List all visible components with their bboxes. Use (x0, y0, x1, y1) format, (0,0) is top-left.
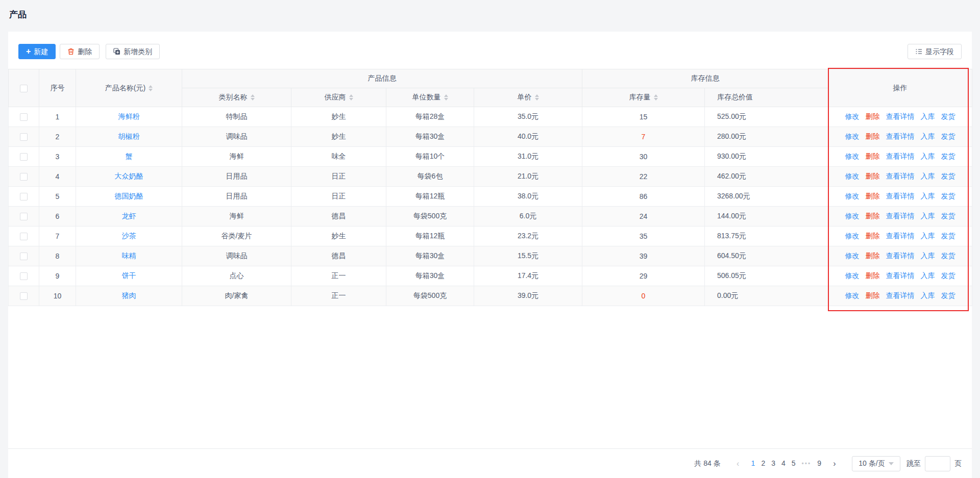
action-ship-link[interactable]: 发货 (941, 271, 955, 280)
action-edit-link[interactable]: 修改 (845, 152, 860, 160)
action-view-details-link[interactable]: 查看详情 (886, 291, 915, 299)
row-checkbox[interactable] (20, 193, 28, 200)
row-checkbox[interactable] (20, 253, 28, 260)
product-name-link[interactable]: 海鲜粉 (118, 112, 140, 120)
product-name-link[interactable]: 沙茶 (122, 232, 136, 240)
action-stock-in-link[interactable]: 入库 (921, 212, 935, 220)
product-name-link[interactable]: 蟹 (126, 152, 133, 160)
delete-button[interactable]: 删除 (60, 44, 100, 59)
pagination-page-5[interactable]: 5 (792, 459, 796, 467)
new-button[interactable]: + 新建 (18, 44, 56, 59)
select-all-checkbox[interactable] (20, 85, 28, 92)
row-checkbox[interactable] (20, 292, 28, 300)
action-ship-link[interactable]: 发货 (941, 112, 955, 120)
action-view-details-link[interactable]: 查看详情 (886, 132, 915, 140)
page-size-select[interactable]: 10 条/页 (852, 456, 900, 471)
sort-caret-icon[interactable] (535, 94, 539, 100)
action-delete-link[interactable]: 删除 (866, 112, 880, 120)
action-stock-in-link[interactable]: 入库 (921, 132, 935, 140)
group-header-product-info: 产品信息 (182, 69, 582, 88)
action-edit-link[interactable]: 修改 (845, 132, 860, 140)
action-stock-in-link[interactable]: 入库 (921, 112, 935, 120)
pagination-page-1[interactable]: 1 (751, 459, 755, 467)
show-fields-button[interactable]: 显示字段 (908, 44, 962, 59)
action-edit-link[interactable]: 修改 (845, 232, 860, 240)
row-checkbox[interactable] (20, 233, 28, 240)
product-name-link[interactable]: 龙虾 (122, 212, 136, 220)
action-delete-link[interactable]: 删除 (866, 212, 880, 220)
action-ship-link[interactable]: 发货 (941, 192, 955, 200)
action-stock-in-link[interactable]: 入库 (921, 232, 935, 240)
row-checkbox[interactable] (20, 133, 28, 141)
action-view-details-link[interactable]: 查看详情 (886, 112, 915, 120)
action-edit-link[interactable]: 修改 (845, 251, 860, 260)
action-delete-link[interactable]: 删除 (866, 232, 880, 240)
action-edit-link[interactable]: 修改 (845, 172, 860, 180)
row-checkbox[interactable] (20, 153, 28, 161)
col-header-stock[interactable]: 库存量 (582, 88, 705, 107)
action-delete-link[interactable]: 删除 (866, 192, 880, 200)
action-stock-in-link[interactable]: 入库 (921, 172, 935, 180)
col-header-price[interactable]: 单价 (474, 88, 582, 107)
add-category-button[interactable]: 新增类别 (106, 44, 160, 59)
pagination-ellipsis[interactable]: ••• (802, 460, 812, 467)
jump-page-input[interactable] (925, 456, 950, 471)
col-header-unit-qty[interactable]: 单位数量 (386, 88, 474, 107)
action-edit-link[interactable]: 修改 (845, 291, 860, 299)
sort-caret-icon[interactable] (149, 85, 153, 91)
col-header-name[interactable]: 产品名称(元) (76, 69, 182, 107)
action-view-details-link[interactable]: 查看详情 (886, 172, 915, 180)
action-view-details-link[interactable]: 查看详情 (886, 152, 915, 160)
action-stock-in-link[interactable]: 入库 (921, 152, 935, 160)
product-name-link[interactable]: 猪肉 (122, 291, 136, 299)
action-view-details-link[interactable]: 查看详情 (886, 251, 915, 260)
action-delete-link[interactable]: 删除 (866, 251, 880, 260)
action-edit-link[interactable]: 修改 (845, 112, 860, 120)
pagination-page-4[interactable]: 4 (781, 459, 786, 467)
action-ship-link[interactable]: 发货 (941, 132, 955, 140)
action-delete-link[interactable]: 删除 (866, 291, 880, 299)
sort-caret-icon[interactable] (251, 94, 255, 100)
col-header-category[interactable]: 类别名称 (182, 88, 291, 107)
row-checkbox[interactable] (20, 173, 28, 181)
row-checkbox[interactable] (20, 272, 28, 280)
action-stock-in-link[interactable]: 入库 (921, 251, 935, 260)
action-view-details-link[interactable]: 查看详情 (886, 192, 915, 200)
row-checkbox-cell (9, 286, 39, 306)
action-ship-link[interactable]: 发货 (941, 152, 955, 160)
action-view-details-link[interactable]: 查看详情 (886, 212, 915, 220)
action-edit-link[interactable]: 修改 (845, 271, 860, 280)
pagination-page-2[interactable]: 2 (761, 459, 765, 467)
product-name-link[interactable]: 胡椒粉 (118, 132, 140, 140)
action-stock-in-link[interactable]: 入库 (921, 291, 935, 299)
row-checkbox[interactable] (20, 113, 28, 121)
sort-caret-icon[interactable] (654, 94, 658, 100)
action-stock-in-link[interactable]: 入库 (921, 271, 935, 280)
action-ship-link[interactable]: 发货 (941, 212, 955, 220)
action-edit-link[interactable]: 修改 (845, 192, 860, 200)
action-delete-link[interactable]: 删除 (866, 152, 880, 160)
pagination-page-3[interactable]: 3 (771, 459, 775, 467)
action-ship-link[interactable]: 发货 (941, 232, 955, 240)
action-delete-link[interactable]: 删除 (866, 271, 880, 280)
row-checkbox[interactable] (20, 213, 28, 220)
col-header-supplier[interactable]: 供应商 (291, 88, 386, 107)
action-ship-link[interactable]: 发货 (941, 172, 955, 180)
action-stock-in-link[interactable]: 入库 (921, 192, 935, 200)
pagination-prev-button[interactable]: ‹ (731, 457, 745, 471)
action-delete-link[interactable]: 删除 (866, 172, 880, 180)
action-edit-link[interactable]: 修改 (845, 212, 860, 220)
product-name-link[interactable]: 德国奶酪 (115, 192, 143, 200)
product-name-link[interactable]: 味精 (122, 251, 136, 260)
sort-caret-icon[interactable] (444, 94, 448, 100)
product-name-link[interactable]: 饼干 (122, 271, 136, 280)
pagination-next-button[interactable]: › (827, 457, 842, 471)
action-ship-link[interactable]: 发货 (941, 251, 955, 260)
action-ship-link[interactable]: 发货 (941, 291, 955, 299)
sort-caret-icon[interactable] (349, 94, 353, 100)
pagination-page-9[interactable]: 9 (817, 459, 821, 467)
action-delete-link[interactable]: 删除 (866, 132, 880, 140)
action-view-details-link[interactable]: 查看详情 (886, 271, 915, 280)
product-name-link[interactable]: 大众奶酪 (115, 172, 143, 180)
action-view-details-link[interactable]: 查看详情 (886, 232, 915, 240)
